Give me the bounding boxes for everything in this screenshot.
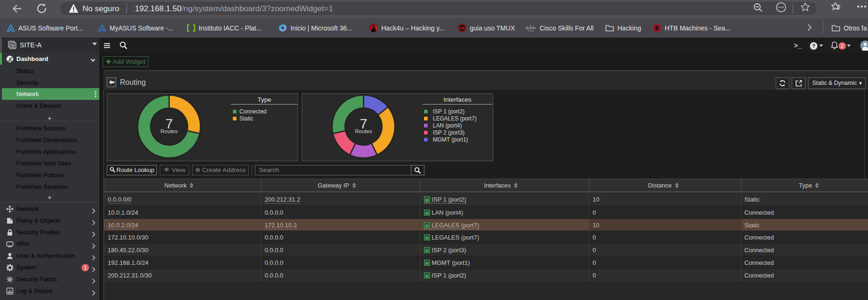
svg-text:NK: NK	[459, 26, 465, 30]
svg-text:cisco: cisco	[528, 29, 534, 31]
svg-text:?: ?	[812, 43, 815, 49]
